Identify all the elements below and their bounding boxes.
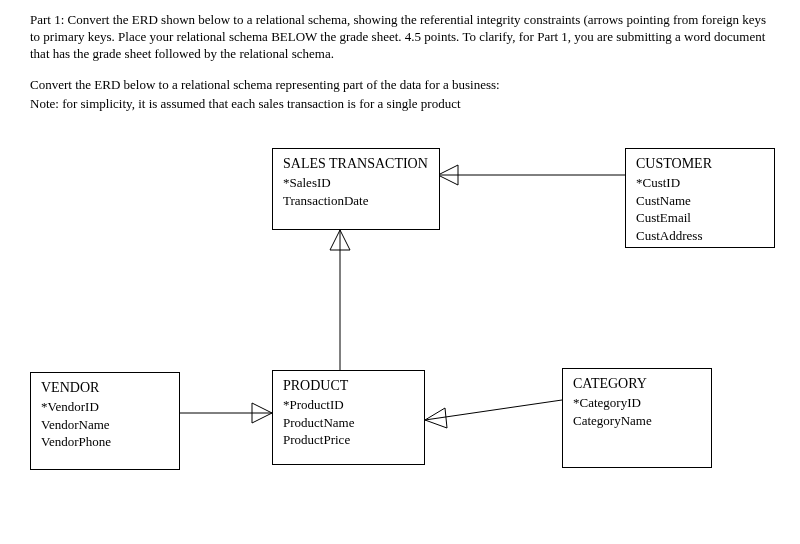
entity-attr: CustAddress [636,227,764,245]
instruction-line-2: Convert the ERD below to a relational sc… [30,77,770,94]
entity-attr: CategoryName [573,412,701,430]
entity-attr: TransactionDate [283,192,429,210]
svg-line-5 [330,230,340,250]
entity-name: VENDOR [41,379,169,398]
entity-pk: *CategoryID [573,394,701,412]
entity-attr: CustEmail [636,209,764,227]
entity-category: CATEGORY *CategoryID CategoryName [562,368,712,468]
entity-customer: CUSTOMER *CustID CustName CustEmail Cust… [625,148,775,248]
svg-line-13 [425,408,445,420]
svg-line-12 [425,400,562,420]
entity-name: PRODUCT [283,377,414,396]
entity-attr: ProductPrice [283,431,414,449]
entity-pk: *VendorID [41,398,169,416]
entity-name: SALES TRANSACTION [283,155,429,174]
instruction-line-1: Part 1: Convert the ERD shown below to a… [30,12,770,63]
entity-attr: CustName [636,192,764,210]
entity-attr: ProductName [283,414,414,432]
entity-attr: VendorName [41,416,169,434]
entity-sales-transaction: SALES TRANSACTION *SalesID TransactionDa… [272,148,440,230]
entity-pk: *CustID [636,174,764,192]
svg-line-10 [252,413,272,423]
instructions-block: Part 1: Convert the ERD shown below to a… [30,12,770,112]
svg-line-14 [425,420,447,428]
entity-pk: *SalesID [283,174,429,192]
entity-attr: VendorPhone [41,433,169,451]
entity-vendor: VENDOR *VendorID VendorName VendorPhone [30,372,180,470]
entity-name: CUSTOMER [636,155,764,174]
svg-line-2 [438,175,458,185]
entity-pk: *ProductID [283,396,414,414]
svg-line-6 [340,230,350,250]
instruction-line-3: Note: for simplicity, it is assumed that… [30,96,770,113]
entity-name: CATEGORY [573,375,701,394]
svg-line-15 [445,408,447,428]
erd-diagram: SALES TRANSACTION *SalesID TransactionDa… [30,130,770,544]
svg-line-1 [438,165,458,175]
svg-line-9 [252,403,272,413]
entity-product: PRODUCT *ProductID ProductName ProductPr… [272,370,425,465]
